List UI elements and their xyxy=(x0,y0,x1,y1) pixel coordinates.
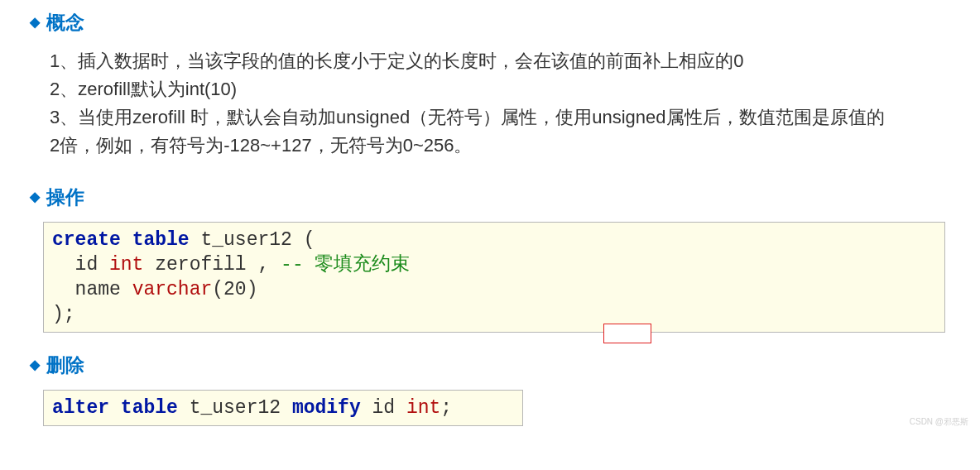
keyword: create xyxy=(52,229,121,251)
code-block-alter: alter table t_user12 modify id int; xyxy=(43,390,523,426)
concept-item-2: 2、zerofill默认为int(10) xyxy=(50,75,894,103)
page-root: ◆ 概念 1、插入数据时，当该字段的值的长度小于定义的长度时，会在该值的前面补上… xyxy=(0,0,980,433)
diamond-icon: ◆ xyxy=(30,16,40,29)
heading-operation: ◆ 操作 xyxy=(30,185,947,210)
heading-concept: ◆ 概念 xyxy=(30,10,947,36)
comment: -- 零填充约束 xyxy=(281,254,410,276)
keyword: table xyxy=(132,229,190,251)
code-text: zerofill , xyxy=(143,254,281,276)
code-text: id xyxy=(361,397,406,419)
concept-item-3: 3、当使用zerofill 时，默认会自动加unsigned（无符号）属性，使用… xyxy=(50,103,894,160)
heading-delete: ◆ 删除 xyxy=(30,352,947,378)
keyword: modify xyxy=(292,397,361,419)
red-highlight-box xyxy=(603,324,651,343)
code-text: (20) xyxy=(212,279,281,300)
code-text: t_user12 xyxy=(178,397,292,419)
watermark: CSDN @邪恶斯 xyxy=(910,416,968,428)
diamond-icon: ◆ xyxy=(30,190,40,204)
code-text: ); xyxy=(52,304,75,325)
keyword: alter xyxy=(52,397,109,419)
concept-item-1: 1、插入数据时，当该字段的值的长度小于定义的长度时，会在该值的前面补上相应的0 xyxy=(50,47,894,75)
heading-operation-text: 操作 xyxy=(46,185,84,210)
code-text: id xyxy=(52,254,109,276)
code-text: name xyxy=(52,279,132,300)
datatype: int xyxy=(109,254,143,276)
code-text: ; xyxy=(440,397,452,419)
concept-body: 1、插入数据时，当该字段的值的长度小于定义的长度时，会在该值的前面补上相应的0 … xyxy=(50,47,894,160)
heading-delete-text: 删除 xyxy=(46,352,84,378)
datatype: int xyxy=(406,397,440,419)
code-block-create: create table t_user12 ( id int zerofill … xyxy=(43,222,945,333)
diamond-icon: ◆ xyxy=(30,358,40,372)
heading-concept-text: 概念 xyxy=(46,10,84,36)
datatype: varchar xyxy=(132,279,213,300)
keyword: table xyxy=(121,397,178,419)
code-text: t_user12 ( xyxy=(190,229,315,251)
